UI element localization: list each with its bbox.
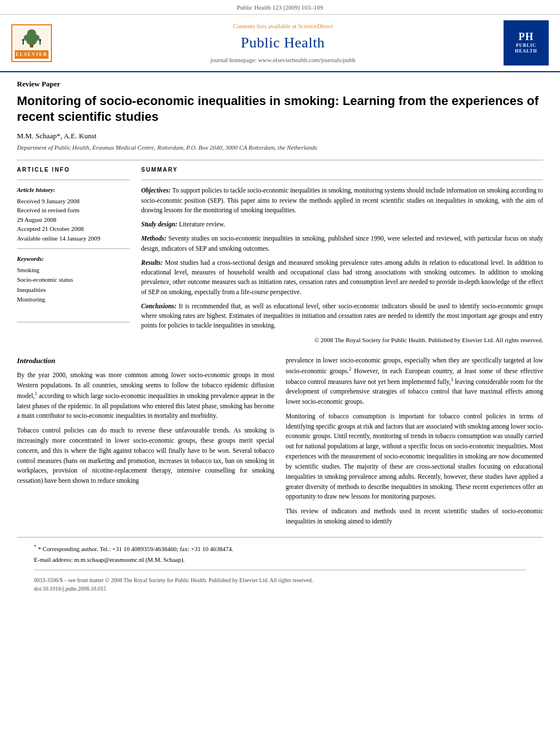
svg-rect-4 [30, 45, 33, 47]
journal-citation: Public Health 123 (2009) 103–109 [237, 4, 323, 11]
issn-note: 0033-3506/$ – see front matter © 2008 Th… [34, 576, 526, 584]
corresponding-text: * Corresponding author. Tel.: +31 10 408… [38, 545, 233, 552]
page-footer: * * Corresponding author. Tel.: +31 10 4… [17, 537, 543, 596]
intro-cols: Introduction By the year 2000, smoking w… [17, 356, 543, 531]
conclusions-para: Conclusions: It is recommended that, as … [141, 302, 543, 331]
shown-text: shown [72, 477, 89, 484]
elsevier-logo: ELSEVIER [11, 24, 62, 62]
history-item-3: 29 August 2008 [17, 215, 130, 225]
elsevier-tree-icon [18, 29, 46, 49]
divider-1 [17, 160, 543, 160]
methods-text: Seventy studies on socio-economic inequa… [141, 235, 543, 251]
journal-title: Public Health [62, 33, 504, 53]
study-design-para: Study design: Literature review. [141, 220, 543, 229]
footer-divider-wrapper: 0033-3506/$ – see front matter © 2008 Th… [34, 570, 526, 593]
svg-rect-8 [40, 41, 41, 45]
intro-para-4: Monitoring of tobacco consumption is imp… [286, 412, 543, 502]
summary-heading: SUMMARY [141, 166, 543, 174]
svg-point-5 [22, 39, 24, 41]
intro-para-1: By the year 2000, smoking was more commo… [17, 370, 274, 421]
copyright: © 2008 The Royal Society for Public Heal… [141, 335, 543, 345]
affiliation: Department of Public Health, Erasmus Med… [17, 143, 543, 152]
article-history-label: Article history: [17, 186, 130, 194]
introduction-section: Introduction By the year 2000, smoking w… [17, 356, 543, 531]
article-title: Monitoring of socio-economic inequalitie… [17, 93, 543, 125]
intro-para-3: prevalence in lower socio-economic group… [286, 356, 543, 407]
intro-right-col: prevalence in lower socio-economic group… [286, 356, 543, 531]
intro-para-2: Tobacco control policies can do much to … [17, 426, 274, 486]
objectives-para: Objectives: To support policies to tackl… [141, 186, 543, 215]
authors: M.M. Schaap*, A.E. Kunst [17, 131, 543, 141]
study-design-label: Study design: [141, 221, 177, 228]
recently-text: Recently [418, 473, 440, 480]
journal-center: Contents lists available at ScienceDirec… [62, 22, 504, 64]
introduction-title: Introduction [17, 356, 274, 366]
history-item-4: Accepted 21 October 2008 [17, 224, 130, 234]
results-para: Results: Most studies had a cross-sectio… [141, 258, 543, 297]
conclusions-text: It is recommended that, as well as educa… [141, 303, 543, 329]
history-item-1: Received 9 January 2008 [17, 196, 130, 206]
intro-para-5: This review of indicators and methods us… [286, 506, 543, 527]
journal-header: ELSEVIER Contents lists available at Sci… [0, 15, 560, 72]
sciencedirect-link: Contents lists available at ScienceDirec… [62, 22, 504, 30]
study-design-text: Literature review. [179, 221, 225, 228]
svg-rect-6 [23, 41, 24, 45]
divider-article-info [17, 180, 130, 180]
top-journal-info: Public Health 123 (2009) 103–109 [0, 0, 560, 15]
svg-point-7 [39, 39, 41, 41]
corresponding-author: * * Corresponding author. Tel.: +31 10 4… [34, 543, 526, 553]
keyword-2: Socio-economic status [17, 275, 130, 285]
article-info-heading: ARTICLE INFO [17, 166, 130, 174]
summary-col: SUMMARY Objectives: To support policies … [141, 166, 543, 344]
email-footnote: E-mail address: m.m.schaap@erasmusmc.nl … [34, 556, 526, 564]
elsevier-text: ELSEVIER [15, 50, 49, 59]
keywords-label: Keywords: [17, 255, 130, 263]
keyword-3: Inequalities [17, 285, 130, 295]
article-type: Review Paper [17, 79, 543, 89]
email-text: E-mail address: m.m.schaap@erasmusmc.nl … [34, 556, 185, 563]
main-content: Review Paper Monitoring of socio-economi… [0, 72, 560, 603]
results-label: Results: [141, 259, 163, 266]
footer-divider [34, 570, 526, 570]
divider-bottom-left [17, 322, 130, 322]
keyword-1: Smoking [17, 265, 130, 276]
summary-block: Objectives: To support policies to tackl… [141, 186, 543, 344]
keyword-4: Monitoring [17, 295, 130, 305]
journal-homepage: journal homepage: www.elsevierhealth.com… [62, 56, 504, 64]
objectives-text: To support policies to tackle socio-econ… [141, 187, 543, 213]
ph-logo: PH PUBLICHEALTH [504, 20, 549, 65]
divider-summary [141, 180, 543, 180]
article-history-items: Received 9 January 2008 Received in revi… [17, 196, 130, 243]
keywords-list: Smoking Socio-economic status Inequaliti… [17, 265, 130, 305]
objectives-label: Objectives: [141, 187, 170, 194]
article-info-summary: ARTICLE INFO Article history: Received 9… [17, 166, 543, 344]
history-item-2: Received in revised form [17, 206, 130, 215]
svg-point-3 [27, 37, 37, 45]
article-info-col: ARTICLE INFO Article history: Received 9… [17, 166, 130, 344]
intro-left-col: Introduction By the year 2000, smoking w… [17, 356, 274, 531]
doi-note: doi:10.1016/j.puhe.2008.10.015 [34, 584, 526, 593]
conclusions-label: Conclusions: [141, 303, 177, 309]
divider-keywords [17, 248, 130, 249]
methods-label: Methods: [141, 235, 167, 242]
history-item-5: Available online 14 January 2009 [17, 234, 130, 243]
results-text: Most studies had a cross-sectional desig… [141, 259, 543, 295]
methods-para: Methods: Seventy studies on socio-econom… [141, 234, 543, 254]
